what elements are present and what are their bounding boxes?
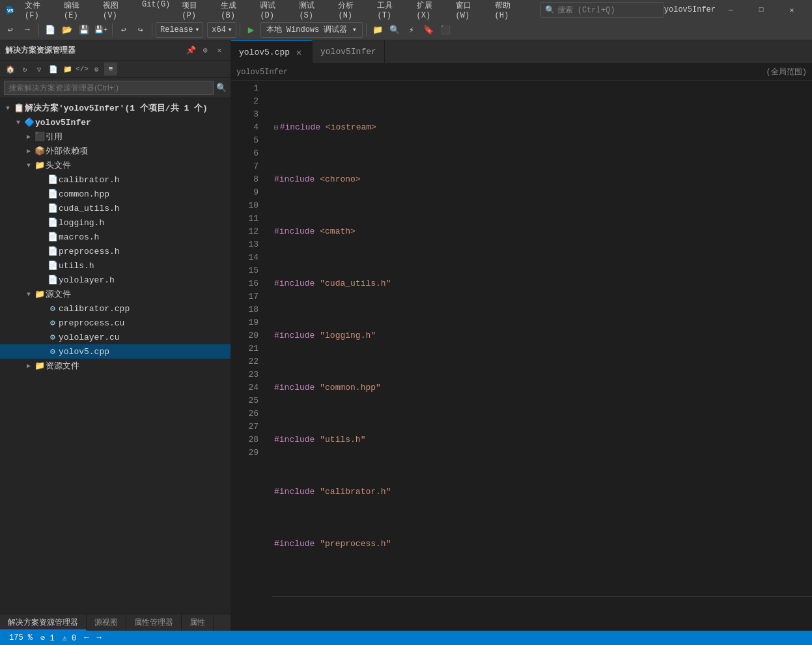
menu-test[interactable]: 测试(S) xyxy=(294,0,331,21)
menu-build[interactable]: 生成(B) xyxy=(216,0,253,21)
sbtab-source-view[interactable]: 源视图 xyxy=(87,614,126,631)
menu-analyze[interactable]: 分析(N) xyxy=(333,0,371,21)
tree-yolov5-cpp[interactable]: ⚙ yolov5.cpp xyxy=(0,344,231,359)
maximize-button[interactable]: □ xyxy=(746,0,776,20)
cursor-line xyxy=(272,596,812,597)
toolbar-fwd-btn[interactable]: → xyxy=(20,22,35,38)
window-controls: — □ ✕ xyxy=(716,0,807,20)
tree-references[interactable]: ▶ ⬛ 引用 xyxy=(0,130,231,144)
references-label: 引用 xyxy=(46,131,63,143)
toolbar-save-btn[interactable]: 💾 xyxy=(76,22,92,38)
stool-new-file[interactable]: 📄 xyxy=(47,62,60,75)
project-expand-arrow: ▼ xyxy=(13,119,23,126)
tree-headers-folder[interactable]: ▼ 📁 头文件 xyxy=(0,158,231,172)
debug-target-dropdown[interactable]: 本地 Windows 调试器 ▾ xyxy=(260,22,363,38)
sbtab-properties[interactable]: 属性 xyxy=(182,614,214,631)
close-button[interactable]: ✕ xyxy=(777,0,807,20)
status-nav-fwd[interactable]: → xyxy=(93,633,105,642)
platform-dropdown[interactable]: x64 ▼ xyxy=(207,22,236,38)
status-errors[interactable]: ⊘ 1 xyxy=(36,633,59,643)
sbtab-property-manager[interactable]: 属性管理器 xyxy=(126,614,182,631)
tab-label-yolov5infer: yolov5Infer xyxy=(320,47,376,57)
line-num-21: 21 xyxy=(231,342,259,355)
toolbar-open-btn[interactable]: 📂 xyxy=(59,22,75,38)
toolbar-search-btn[interactable]: 🔍 xyxy=(387,22,402,38)
toolbar-saveall-btn[interactable]: 💾+ xyxy=(93,22,109,38)
toolbar-open-folder-btn[interactable]: 📁 xyxy=(370,22,385,38)
build-config-dropdown[interactable]: Release ▼ xyxy=(156,22,203,38)
sidebar-settings-icon[interactable]: ⚙ xyxy=(199,44,211,56)
status-zoom-label: 175 % xyxy=(9,633,33,642)
menu-file[interactable]: 文件(F) xyxy=(20,0,57,21)
toolbar-bookmark-btn[interactable]: 🔖 xyxy=(421,22,436,38)
stool-home[interactable]: 🏠 xyxy=(4,62,17,75)
breadcrumb-project[interactable]: yolov5Infer xyxy=(236,68,288,77)
scope-label: (全局范围) xyxy=(766,66,807,77)
toolbar-back-btn[interactable]: ↩ xyxy=(3,22,18,38)
menu-tools[interactable]: 工具(T) xyxy=(372,0,410,21)
tree-utils-h[interactable]: 📄 utils.h xyxy=(0,258,231,273)
toolbar-new-btn[interactable]: 📄 xyxy=(42,22,58,38)
menu-view[interactable]: 视图(V) xyxy=(98,0,135,21)
editor-tab-yolov5-cpp[interactable]: yolov5.cpp ✕ xyxy=(231,40,313,63)
toolbar-bp-btn[interactable]: ⬛ xyxy=(438,22,453,38)
yololayer-h-label: yololayer.h xyxy=(59,275,115,285)
menu-edit[interactable]: 编辑(E) xyxy=(59,0,96,21)
sidebar-pin-icon[interactable]: 📌 xyxy=(185,44,197,56)
menu-extensions[interactable]: 扩展(X) xyxy=(412,0,449,21)
stool-new-folder[interactable]: 📁 xyxy=(61,62,74,75)
sidebar-search-icon[interactable]: 🔍 xyxy=(216,83,227,93)
sources-expand-arrow: ▼ xyxy=(23,291,34,298)
code-content[interactable]: ⊟#include <iostream> #include <chrono> #… xyxy=(264,81,812,631)
status-nav-back[interactable]: ← xyxy=(80,633,92,642)
menu-project[interactable]: 项目(P) xyxy=(176,0,214,21)
line-num-14: 14 xyxy=(231,251,259,264)
stool-code[interactable]: </> xyxy=(76,62,89,75)
tree-yololayer-h[interactable]: 📄 yololayer.h xyxy=(0,273,231,287)
stool-props[interactable]: ⚙ xyxy=(90,62,103,75)
stool-sync[interactable]: ↻ xyxy=(18,62,31,75)
tree-preprocess-cu[interactable]: ⚙ preprocess.cu xyxy=(0,316,231,330)
main-layout: 解决方案资源管理器 📌 ⚙ ✕ 🏠 ↻ ▽ 📄 📁 </> ⚙ ≡ � xyxy=(0,40,812,631)
stool-filter[interactable]: ▽ xyxy=(33,62,46,75)
minimize-button[interactable]: — xyxy=(716,0,746,20)
tree-external-deps[interactable]: ▶ 📦 外部依赖项 xyxy=(0,144,231,158)
tree-calibrator-cpp[interactable]: ⚙ calibrator.cpp xyxy=(0,301,231,316)
tree-resources-folder[interactable]: ▶ 📁 资源文件 xyxy=(0,359,231,373)
line-num-27: 27 xyxy=(231,420,259,433)
status-nav-fwd-label: → xyxy=(97,633,102,642)
sources-folder-label: 源文件 xyxy=(46,288,71,300)
tab-close-yolov5-cpp[interactable]: ✕ xyxy=(294,47,304,57)
toolbar-symbols-btn[interactable]: ⚡ xyxy=(404,22,419,38)
tree-solution[interactable]: ▼ 📋 解决方案'yolov5Infer'(1 个项目/共 1 个) xyxy=(0,101,231,115)
stool-active-doc[interactable]: ≡ xyxy=(104,62,117,75)
sidebar-search-input[interactable] xyxy=(4,81,214,95)
status-warnings[interactable]: ⚠ 0 xyxy=(59,633,81,643)
sidebar-close-icon[interactable]: ✕ xyxy=(214,44,225,56)
menu-help[interactable]: 帮助(H) xyxy=(490,0,527,21)
menu-window[interactable]: 窗口(W) xyxy=(451,0,488,21)
toolbar-redo-btn[interactable]: ↪ xyxy=(133,22,148,38)
menu-debug[interactable]: 调试(D) xyxy=(255,0,292,21)
menu-git[interactable]: Git(G) xyxy=(137,0,175,21)
tree-logging-h[interactable]: 📄 logging.h xyxy=(0,215,231,230)
tree-calibrator-h[interactable]: 📄 calibrator.h xyxy=(0,172,231,187)
tree-preprocess-h[interactable]: 📄 preprocess.h xyxy=(0,244,231,258)
status-warnings-label: ⚠ 0 xyxy=(63,633,77,643)
tree-yololayer-cu[interactable]: ⚙ yololayer.cu xyxy=(0,330,231,344)
sbtab-solution-explorer[interactable]: 解决方案资源管理器 xyxy=(0,614,87,631)
toolbar-start-debug-btn[interactable]: ▶ xyxy=(244,22,259,38)
tree-sources-folder[interactable]: ▼ 📁 源文件 xyxy=(0,287,231,301)
code-line-8: #include "calibrator.h" xyxy=(272,486,812,499)
toolbar-undo-btn[interactable]: ↩ xyxy=(116,22,132,38)
tree-macros-h[interactable]: 📄 macros.h xyxy=(0,230,231,244)
status-zoom[interactable]: 175 % xyxy=(5,633,36,642)
title-search-box: 🔍 搜索 (Ctrl+Q) xyxy=(540,2,664,18)
fold-icon-1[interactable]: ⊟ xyxy=(274,121,279,134)
editor-tab-yolov5infer[interactable]: yolov5Infer xyxy=(313,40,385,63)
tree-common-hpp[interactable]: 📄 common.hpp xyxy=(0,187,231,201)
code-line-5: #include "logging.h" xyxy=(272,329,812,342)
window-title: yolov5Infer xyxy=(664,5,716,14)
tree-cuda-utils-h[interactable]: 📄 cuda_utils.h xyxy=(0,201,231,215)
tree-project[interactable]: ▼ 🔷 yolov5Infer xyxy=(0,115,231,130)
